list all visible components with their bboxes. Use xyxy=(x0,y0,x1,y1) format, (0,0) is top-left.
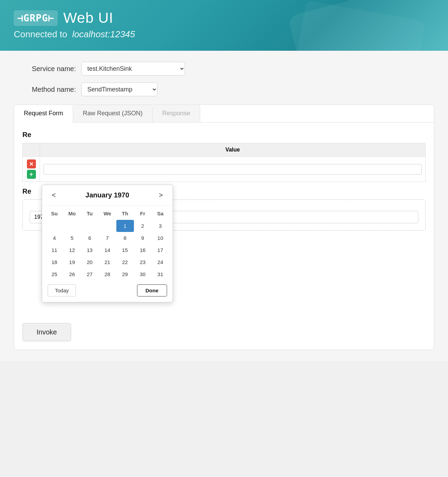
cal-day-12[interactable]: 12 xyxy=(63,244,81,256)
cal-day-18[interactable]: 18 xyxy=(46,256,63,268)
weekday-su: Su xyxy=(46,208,63,218)
cal-day-8[interactable]: 8 xyxy=(116,232,134,244)
method-label: Method name: xyxy=(14,86,76,94)
invoke-area: Invoke xyxy=(22,320,426,341)
main-content: Service name: test.KitchenSink Method na… xyxy=(0,51,448,361)
remove-row-button[interactable]: ✕ xyxy=(27,159,36,168)
col-value: Value xyxy=(40,143,426,157)
tab-request-form[interactable]: Request Form xyxy=(14,105,73,123)
cal-day-22[interactable]: 22 xyxy=(116,256,134,268)
tab-content-request-form: Re Value xyxy=(14,123,434,350)
calendar-prev-button[interactable]: < xyxy=(48,190,59,201)
connection-host: localhost:12345 xyxy=(72,29,135,39)
calendar-footer: Today Done xyxy=(42,280,173,298)
cal-day-14[interactable]: 14 xyxy=(98,244,116,256)
cal-day-3[interactable]: 3 xyxy=(152,220,169,232)
request-table: Value ✕ + xyxy=(22,143,426,182)
weekday-sa: Sa xyxy=(152,208,169,218)
cal-day-10[interactable]: 10 xyxy=(152,232,169,244)
app-title: Web UI xyxy=(63,10,113,26)
request-section-title: Re xyxy=(22,131,426,139)
calendar-today-button[interactable]: Today xyxy=(48,284,76,296)
cal-day-17[interactable]: 17 xyxy=(152,244,169,256)
cal-day-15[interactable]: 15 xyxy=(116,244,134,256)
cal-day-23[interactable]: 23 xyxy=(134,256,152,268)
calendar-month-title: January 1970 xyxy=(86,191,129,199)
calendar-grid: Su Mo Tu We Th Fr Sa 1 xyxy=(42,206,173,280)
weekday-fr: Fr xyxy=(134,208,152,218)
cal-day-31[interactable]: 31 xyxy=(152,268,169,280)
tab-bar: Request Form Raw Request (JSON) Response xyxy=(14,105,434,123)
cal-day-20[interactable]: 20 xyxy=(81,256,98,268)
cal-day-9[interactable]: 9 xyxy=(134,232,152,244)
method-field-row: Method name: SendTimestamp xyxy=(14,82,434,96)
cal-day-25[interactable]: 25 xyxy=(46,268,63,280)
calendar-done-button[interactable]: Done xyxy=(137,284,167,296)
cal-day-6[interactable]: 6 xyxy=(81,232,98,244)
cal-day-4[interactable]: 4 xyxy=(46,232,63,244)
cal-day-1[interactable]: 1 xyxy=(116,220,134,232)
header: ⊣GRPG⊢ Web UI Connected to localhost:123… xyxy=(0,0,448,51)
cal-day-empty-3 xyxy=(81,220,98,232)
weekday-tu: Tu xyxy=(81,208,98,218)
weekday-th: Th xyxy=(116,208,134,218)
cal-day-29[interactable]: 29 xyxy=(116,268,134,280)
calendar-days: 1 2 3 4 5 6 7 8 9 10 11 12 13 xyxy=(46,220,169,280)
header-subtitle: Connected to localhost:12345 xyxy=(14,29,434,40)
calendar-popup: < January 1970 > Su Mo Tu We Th Fr xyxy=(42,185,173,302)
weekday-we: We xyxy=(98,208,116,218)
grpc-logo: ⊣GRPG⊢ xyxy=(14,10,58,26)
service-field-row: Service name: test.KitchenSink xyxy=(14,62,434,76)
calendar-next-button[interactable]: > xyxy=(155,190,166,201)
cal-day-30[interactable]: 30 xyxy=(134,268,152,280)
cal-day-empty-4 xyxy=(98,220,116,232)
col-actions xyxy=(23,143,40,157)
cal-day-11[interactable]: 11 xyxy=(46,244,63,256)
tab-panel: Request Form Raw Request (JSON) Response… xyxy=(14,105,434,350)
tab-raw-request[interactable]: Raw Request (JSON) xyxy=(73,105,153,122)
cal-day-27[interactable]: 27 xyxy=(81,268,98,280)
tab-response[interactable]: Response xyxy=(153,105,200,122)
calendar-weekdays: Su Mo Tu We Th Fr Sa xyxy=(46,208,169,218)
cal-day-2[interactable]: 2 xyxy=(134,220,152,232)
cal-day-5[interactable]: 5 xyxy=(63,232,81,244)
table-cell-value xyxy=(40,157,426,182)
header-title-row: ⊣GRPG⊢ Web UI xyxy=(14,10,434,26)
cal-day-16[interactable]: 16 xyxy=(134,244,152,256)
cal-day-13[interactable]: 13 xyxy=(81,244,98,256)
service-label: Service name: xyxy=(14,65,76,73)
table-header-row: Value xyxy=(23,143,426,157)
cal-day-empty-1 xyxy=(46,220,63,232)
cal-day-7[interactable]: 7 xyxy=(98,232,116,244)
grpc-logo-text: ⊣GRPG⊢ xyxy=(17,12,54,24)
cal-day-24[interactable]: 24 xyxy=(152,256,169,268)
cal-day-28[interactable]: 28 xyxy=(98,268,116,280)
method-select[interactable]: SendTimestamp xyxy=(81,82,157,96)
table-cell-actions: ✕ + xyxy=(23,157,40,182)
add-row-button[interactable]: + xyxy=(27,170,36,179)
table-row: ✕ + xyxy=(23,157,426,182)
cal-day-19[interactable]: 19 xyxy=(63,256,81,268)
cal-day-empty-2 xyxy=(63,220,81,232)
value-input[interactable] xyxy=(43,164,422,175)
invoke-button[interactable]: Invoke xyxy=(22,323,71,341)
connection-label: Connected to xyxy=(14,29,67,39)
weekday-mo: Mo xyxy=(63,208,81,218)
cal-day-26[interactable]: 26 xyxy=(63,268,81,280)
service-select[interactable]: test.KitchenSink xyxy=(81,62,185,76)
calendar-header: < January 1970 > xyxy=(42,185,173,206)
cal-day-21[interactable]: 21 xyxy=(98,256,116,268)
